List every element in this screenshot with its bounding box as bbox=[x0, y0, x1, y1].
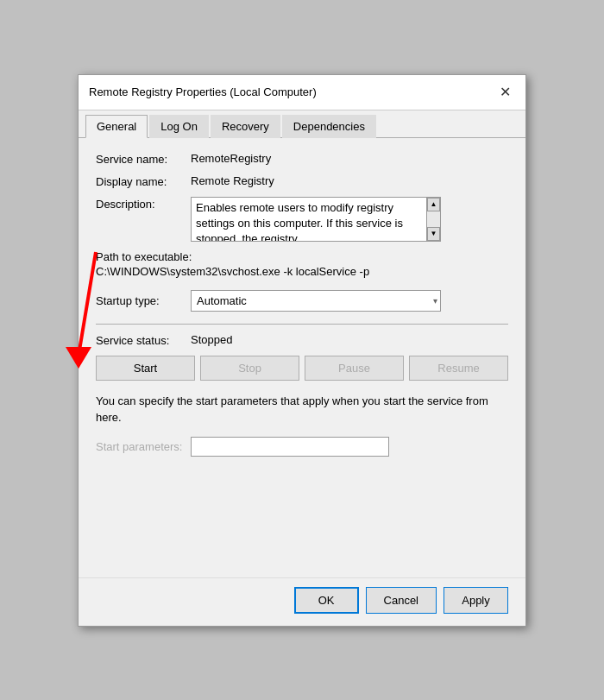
stop-button[interactable]: Stop bbox=[200, 356, 299, 381]
scroll-track bbox=[427, 211, 440, 227]
start-params-label: Start parameters: bbox=[96, 439, 191, 453]
display-name-label: Display name: bbox=[96, 174, 191, 188]
svg-line-0 bbox=[79, 252, 96, 356]
resume-button[interactable]: Resume bbox=[409, 356, 508, 381]
tab-general[interactable]: General bbox=[85, 115, 148, 138]
path-label: Path to executable: bbox=[96, 250, 508, 263]
service-name-value: RemoteRegistry bbox=[191, 152, 271, 165]
start-params-input[interactable] bbox=[191, 437, 389, 457]
tabs-bar: General Log On Recovery Dependencies bbox=[79, 110, 525, 138]
startup-type-select[interactable]: Automatic Manual Disabled bbox=[191, 290, 441, 312]
close-button[interactable]: ✕ bbox=[494, 82, 515, 103]
pause-button[interactable]: Pause bbox=[305, 356, 404, 381]
svg-marker-1 bbox=[66, 347, 91, 369]
annotation-arrow bbox=[44, 243, 122, 382]
description-scrollbar: ▲ ▼ bbox=[426, 198, 440, 241]
description-box: Enables remote users to modify registry … bbox=[191, 197, 441, 242]
display-name-row: Display name: Remote Registry bbox=[96, 174, 508, 188]
divider bbox=[96, 324, 508, 325]
start-params-row: Start parameters: bbox=[96, 437, 508, 457]
display-name-value: Remote Registry bbox=[191, 174, 274, 187]
service-name-row: Service name: RemoteRegistry bbox=[96, 152, 508, 166]
tab-logon[interactable]: Log On bbox=[149, 115, 209, 138]
apply-button[interactable]: Apply bbox=[444, 587, 508, 614]
path-section: Path to executable: C:\WINDOWS\system32\… bbox=[96, 250, 508, 278]
description-value: Enables remote users to modify registry … bbox=[192, 198, 426, 241]
description-row: Description: Enables remote users to mod… bbox=[96, 197, 508, 242]
tab-dependencies[interactable]: Dependencies bbox=[282, 115, 376, 138]
scroll-up-button[interactable]: ▲ bbox=[427, 198, 440, 211]
startup-type-wrapper: Automatic Manual Disabled ▾ bbox=[191, 290, 441, 312]
service-buttons-row: Start Stop Pause Resume bbox=[96, 356, 508, 381]
service-status-row: Service status: Stopped bbox=[96, 333, 508, 347]
dialog-title: Remote Registry Properties (Local Comput… bbox=[89, 85, 317, 98]
path-value: C:\WINDOWS\system32\svchost.exe -k local… bbox=[96, 265, 508, 278]
service-status-value: Stopped bbox=[191, 333, 232, 346]
tab-content: Service name: RemoteRegistry Display nam… bbox=[79, 138, 525, 577]
title-bar: Remote Registry Properties (Local Comput… bbox=[79, 75, 525, 110]
startup-type-row: Startup type: Automatic Manual Disabled … bbox=[96, 290, 508, 312]
dialog: Remote Registry Properties (Local Comput… bbox=[78, 74, 526, 627]
ok-button[interactable]: OK bbox=[294, 587, 359, 614]
tab-recovery[interactable]: Recovery bbox=[211, 115, 280, 138]
scroll-down-button[interactable]: ▼ bbox=[427, 227, 440, 241]
help-text: You can specify the start parameters tha… bbox=[96, 393, 508, 426]
service-name-label: Service name: bbox=[96, 152, 191, 166]
bottom-buttons: OK Cancel Apply bbox=[79, 577, 525, 626]
cancel-button[interactable]: Cancel bbox=[366, 587, 437, 614]
description-label: Description: bbox=[96, 197, 191, 211]
